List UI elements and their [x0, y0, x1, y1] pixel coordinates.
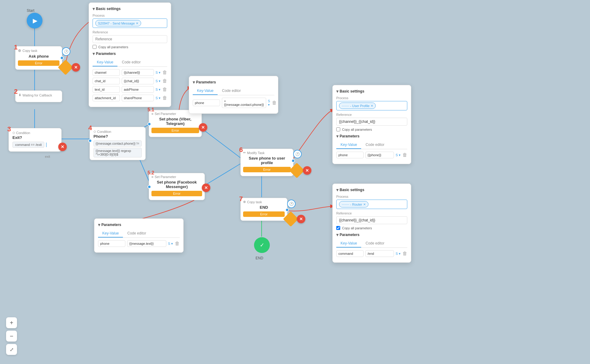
panel-params-2: Parameters Key-Value Code editor phone +…: [189, 76, 278, 114]
param-type: Set Parameter: [154, 112, 176, 116]
process-tag-1[interactable]: S20947 - Send Message: [95, 20, 141, 26]
kv-del-chat_id[interactable]: 🗑: [162, 78, 167, 84]
kv-key-text_id: text_id: [93, 86, 120, 93]
copy-all-label-1: Copy all parameters: [98, 45, 128, 49]
end-text: END: [256, 256, 263, 260]
kv-val-attachment: sharePhone: [122, 95, 154, 101]
error-badge: Error: [18, 60, 59, 66]
error-badge-7: Error: [243, 211, 285, 217]
end-name: END: [241, 204, 287, 210]
copy-all-checkbox-5[interactable]: [336, 226, 340, 230]
copy-all-checkbox-4[interactable]: [336, 127, 340, 131]
connector-dot: [60, 56, 64, 60]
tab-key-value-1[interactable]: Key-Value: [93, 59, 117, 66]
copy-all-label-5: Copy all parameters: [342, 226, 372, 230]
copy-all-checkbox-1[interactable]: [93, 45, 97, 49]
reference-input-4[interactable]: [336, 118, 407, 126]
params-section-1: Parameters Key-Value Code editor channel…: [93, 51, 167, 101]
tab-ce-3[interactable]: Code editor: [123, 230, 150, 238]
process-tag-4[interactable]: ········ - User Profile: [339, 103, 376, 109]
tab-ce-4[interactable]: Code editor: [361, 141, 388, 149]
svg-line-6: [200, 127, 240, 158]
delete-button-6[interactable]: ✕: [303, 166, 311, 175]
step-2-label: 2: [14, 88, 18, 96]
delete-button-7[interactable]: ✕: [297, 215, 305, 223]
tab-kv-2[interactable]: Key-Value: [193, 87, 218, 95]
diamond-node6: [291, 164, 303, 177]
kv-row-chat_id: chat_id {{chat_id}} S ▾ 🗑: [93, 78, 167, 84]
error-badge-52: Error: [151, 191, 202, 196]
node-set-param-fb: 5.2 ≡ Set Parameter Set phone (Facebook …: [149, 173, 205, 200]
zoom-in-button[interactable]: +: [6, 317, 17, 328]
kv-row-phone-4: phone {{phone}} S ▾ 🗑: [336, 152, 407, 158]
kv-s-channel: S ▾: [156, 71, 161, 75]
panel-basic-settings-5: Basic settings Process ········ - Router…: [332, 184, 411, 263]
copy-all-row-4: Copy all parameters: [336, 127, 407, 131]
params-section-4: Parameters Key-Value Code editor phone {…: [336, 134, 407, 158]
kv-del-command-5[interactable]: 🗑: [402, 251, 407, 256]
delete-button-51[interactable]: ✕: [199, 123, 207, 132]
start-button[interactable]: [27, 13, 42, 29]
kv-val-phone-4: {{phone}}: [365, 152, 394, 158]
reference-label-1: Reference: [93, 30, 167, 34]
end-circle: ✓: [254, 237, 270, 253]
connector-line: |: [46, 142, 47, 147]
kv-val-command-5: /end: [365, 250, 394, 257]
kv-key-attachment: attachment_id: [93, 95, 120, 101]
clock-button[interactable]: 🕐: [62, 47, 70, 56]
node-condition-phone: 4 ◇ Condition Phone? {{message.contact.p…: [90, 127, 146, 160]
node-modify-task: 6 ✏ Modify Task Save phone to user profi…: [240, 149, 293, 176]
tab-kv-3[interactable]: Key-Value: [98, 230, 123, 238]
diamond-shape-6: [289, 163, 305, 178]
tabs-row-5: Key-Value Code editor: [336, 240, 407, 248]
modify-type: Modify Task: [247, 151, 265, 155]
step-7-label: 7: [239, 195, 243, 203]
diamond-shape-7: [283, 211, 299, 227]
tab-ce-2[interactable]: Code editor: [218, 87, 245, 95]
condition-chip: command == /exit: [12, 142, 44, 148]
kv-del-attachment[interactable]: 🗑: [162, 95, 167, 101]
tab-code-editor-1[interactable]: Code editor: [117, 59, 145, 66]
fit-button[interactable]: ⤢: [6, 344, 17, 355]
condition-type-4: Condition: [97, 130, 111, 133]
cond-chip-4a: {{message.contact.phone}} !=: [93, 140, 142, 147]
delete-button-node1[interactable]: ✕: [72, 63, 80, 72]
reference-input-5[interactable]: [336, 216, 407, 224]
tabs-row-4: Key-Value Code editor: [336, 141, 407, 149]
condition-name: Exit?: [12, 135, 58, 140]
process-label-4: Process: [336, 96, 407, 100]
connector-dot-52: [148, 185, 151, 189]
kv-del-phone-2[interactable]: 🗑: [272, 100, 277, 106]
tab-kv-5[interactable]: Key-Value: [336, 240, 361, 248]
param-type-52: Set Parameter: [154, 175, 176, 179]
process-label-1: Process: [93, 14, 167, 17]
kv-del-text_id[interactable]: 🗑: [162, 87, 167, 92]
start-label: Start: [27, 8, 34, 13]
delete-button-node3[interactable]: ✕: [58, 143, 67, 151]
error-badge-6: Error: [243, 167, 291, 172]
process-tag-5[interactable]: ········ - Router: [339, 201, 368, 207]
connector-dot-4: [88, 139, 92, 143]
kv-del-phone-3[interactable]: 🗑: [175, 241, 180, 246]
kv-del-channel[interactable]: 🗑: [162, 70, 167, 75]
error-badge-51: Error: [151, 128, 199, 133]
step-1-label: 1: [14, 43, 18, 51]
kv-del-phone-4[interactable]: 🗑: [402, 152, 407, 158]
panel-title-1: Basic settings: [93, 6, 167, 11]
reference-input-1[interactable]: [93, 35, 167, 43]
kv-val-chat_id: {{chat_id}}: [122, 78, 154, 84]
modify-icon: ✏: [243, 151, 246, 155]
zoom-out-button[interactable]: −: [6, 331, 17, 342]
clock-button-6[interactable]: 🕐: [293, 150, 302, 158]
clock-button-7[interactable]: 🕐: [287, 200, 296, 208]
waiting-label: Waiting for Callback: [22, 93, 52, 97]
node-type-label: Copy task: [22, 49, 37, 52]
node-waiting-callback: 2 ⬇ Waiting for Callback: [15, 90, 62, 102]
delete-button-52[interactable]: ✕: [202, 184, 210, 192]
tab-kv-4[interactable]: Key-Value: [336, 141, 361, 149]
step-4-label: 4: [88, 124, 92, 132]
kv-row-attachment: attachment_id sharePhone S ▾ 🗑: [93, 95, 167, 101]
connector-dot-7a: [285, 208, 289, 212]
node-condition-exit: 3 ◇ Condition Exit? command == /exit |: [8, 128, 62, 152]
tab-ce-5[interactable]: Code editor: [361, 240, 388, 248]
